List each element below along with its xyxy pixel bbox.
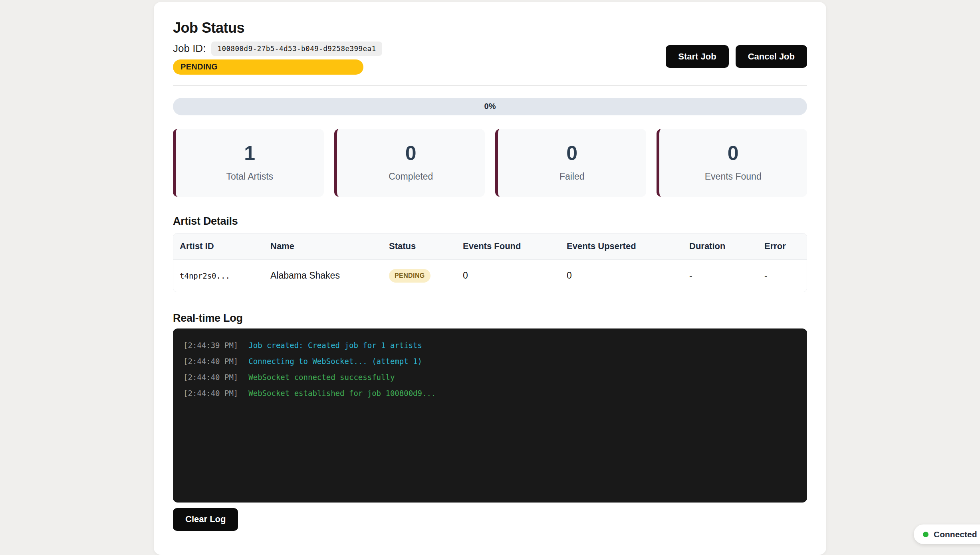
connected-toast: Connected (914, 524, 980, 544)
log-message: WebSocket established for job 100800d9..… (248, 389, 436, 398)
table-row: t4npr2s0... Alabama Shakes PENDING 0 0 -… (173, 260, 807, 292)
log-line: [2:44:40 PM]Connecting to WebSocket... (… (183, 353, 797, 369)
start-job-button[interactable]: Start Job (666, 45, 728, 68)
cell-events-upserted: 0 (567, 270, 689, 281)
stat-label: Failed (559, 171, 585, 182)
log-message: Connecting to WebSocket... (attempt 1) (248, 357, 422, 366)
connected-dot-icon (923, 532, 928, 537)
column-header: Events Found (463, 241, 567, 251)
stat-value: 0 (728, 143, 739, 163)
column-header: Duration (689, 241, 764, 251)
cell-duration: - (689, 270, 764, 281)
progress-label: 0% (484, 102, 496, 111)
cell-events-found: 0 (463, 270, 567, 281)
job-status-card: Job Status Job ID: 100800d9-27b5-4d53-b0… (154, 2, 826, 555)
log-message: WebSocket connected successfully (248, 373, 395, 382)
job-id-value: 100800d9-27b5-4d53-b049-d9258e399ea1 (211, 42, 382, 56)
cell-name: Alabama Shakes (270, 270, 389, 281)
artist-table: Artist IDNameStatusEvents FoundEvents Up… (173, 233, 807, 292)
stat-value: 0 (405, 143, 417, 163)
log-timestamp: [2:44:40 PM] (183, 357, 238, 366)
stat-label: Completed (389, 171, 433, 182)
artist-details-heading: Artist Details (173, 215, 807, 228)
status-badge: PENDING (389, 269, 430, 283)
job-status-pill: PENDING (173, 59, 363, 75)
log-line: [2:44:40 PM]WebSocket established for jo… (183, 385, 797, 401)
realtime-log-heading: Real-time Log (173, 312, 807, 324)
stat-card: 0 Events Found (657, 129, 807, 197)
stat-value: 0 (566, 143, 577, 163)
log-message: Job created: Created job for 1 artists (248, 341, 422, 350)
cell-error: - (764, 270, 800, 281)
connected-label: Connected (934, 530, 977, 539)
log-line: [2:44:40 PM]WebSocket connected successf… (183, 369, 797, 385)
column-header: Artist ID (180, 241, 270, 251)
cell-status: PENDING (389, 269, 463, 283)
divider (173, 85, 807, 86)
stat-card: 0 Completed (334, 129, 485, 197)
log-line: [2:44:39 PM]Job created: Created job for… (183, 337, 797, 353)
log-timestamp: [2:44:40 PM] (183, 389, 238, 398)
cancel-job-button[interactable]: Cancel Job (736, 45, 807, 68)
stat-label: Total Artists (226, 171, 273, 182)
column-header: Events Upserted (567, 241, 689, 251)
cell-artist-id: t4npr2s0... (180, 271, 270, 280)
stat-card: 0 Failed (495, 129, 646, 197)
job-status-pill-label: PENDING (181, 62, 218, 71)
column-header: Status (389, 241, 463, 251)
log-timestamp: [2:44:40 PM] (183, 373, 238, 382)
stat-label: Events Found (705, 171, 762, 182)
page-title: Job Status (173, 20, 807, 36)
job-actions: Start Job Cancel Job (666, 45, 807, 68)
progress-bar: 0% (173, 98, 807, 115)
clear-log-button[interactable]: Clear Log (173, 508, 238, 531)
stat-card: 1 Total Artists (173, 129, 324, 197)
column-header: Error (764, 241, 800, 251)
column-header: Name (270, 241, 389, 251)
job-id-label: Job ID: (173, 42, 206, 55)
stat-value: 1 (244, 143, 255, 163)
table-header: Artist IDNameStatusEvents FoundEvents Up… (173, 233, 807, 260)
table-body: t4npr2s0... Alabama Shakes PENDING 0 0 -… (173, 260, 807, 292)
log-console[interactable]: [2:44:39 PM]Job created: Created job for… (173, 328, 807, 503)
log-timestamp: [2:44:39 PM] (183, 341, 238, 350)
stats-row: 1 Total Artists 0 Completed 0 Failed 0 E… (173, 129, 807, 197)
